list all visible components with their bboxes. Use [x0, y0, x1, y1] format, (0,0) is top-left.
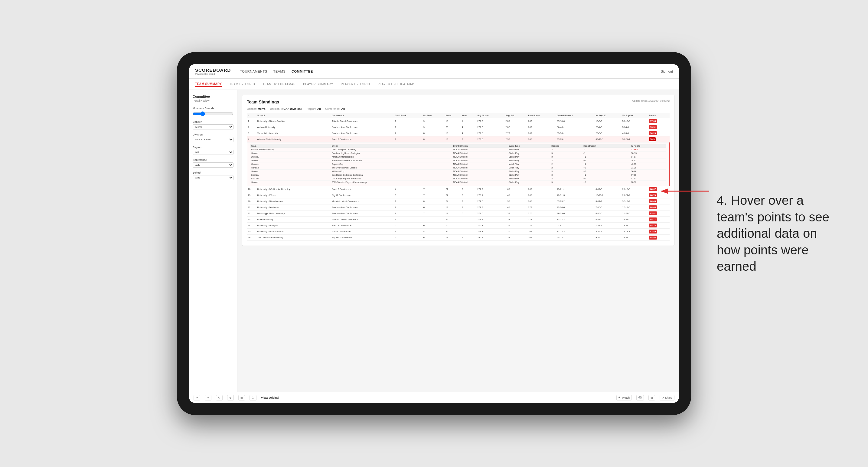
watch-button[interactable]: 👁 Watch [616, 395, 632, 401]
cell-points[interactable]: 90.20 [648, 130, 670, 136]
cell-school: Vanderbilt University [256, 130, 331, 136]
table-row[interactable]: 21University of AlabamaSoutheastern Conf… [247, 205, 670, 211]
list-item: Univers.Copper CupNCAA Division IMatch P… [250, 162, 666, 166]
grid-button[interactable]: ⊞ [648, 395, 655, 401]
cell-no-tour: 9 [423, 118, 445, 124]
cell-overall: 63-5-0 [556, 130, 595, 136]
cell-points[interactable]: 78.5 [648, 136, 670, 143]
table-row[interactable]: 20University of New MexicoMountain West … [247, 198, 670, 205]
redo-button[interactable]: ↪ [205, 395, 211, 401]
tooltip-header-row: Team Event Event Division Event Type Rou… [250, 144, 666, 148]
sidebar-conference-select[interactable]: (All) [193, 162, 234, 167]
standings-table: # School Conference Conf Rank No Tour Bn… [247, 113, 670, 241]
list-item: Florida IThe Cypress Point ClassicNCAA D… [250, 166, 666, 170]
col-low-score: Low Score [527, 113, 556, 118]
share-icon: ↗ [662, 396, 664, 399]
cell-rank: 1 [247, 118, 256, 124]
sidebar-gender-select[interactable]: Men's [193, 124, 234, 129]
cell-no-tour: 8 [423, 130, 445, 136]
sidebar-section-school: School (All) [193, 171, 234, 180]
tooltip-col-event: Event [331, 144, 452, 148]
sidebar-school-select[interactable]: (All) [193, 175, 234, 180]
tooltip-col-rounds: Rounds [551, 144, 583, 148]
table-row[interactable]: 2 Auburn University Southeastern Confere… [247, 124, 670, 130]
cell-bnds: 10 [444, 118, 461, 124]
sidebar-division-select[interactable]: NCAA Division I [193, 137, 234, 142]
col-bnds: Bnds [444, 113, 461, 118]
cell-school: Arizona State University [256, 136, 331, 143]
cell-school: Auburn University [256, 124, 331, 130]
tab-team-h2h-grid[interactable]: TEAM H2H GRID [229, 82, 255, 87]
settings-button[interactable]: ⊞ [238, 395, 245, 401]
nav-links: TOURNAMENTS TEAMS COMMITTEE [240, 68, 656, 74]
cell-school: University of North Carolina [256, 118, 331, 124]
undo-button[interactable]: ↩ [193, 395, 200, 401]
sign-out-button[interactable]: Sign out [656, 69, 673, 73]
table-row[interactable]: 25University of North FloridaASUN Confer… [247, 229, 670, 235]
report-area: Team Standings Update Time: 13/03/2024 1… [238, 90, 679, 392]
cell-points[interactable]: 93.31 [648, 124, 670, 130]
tab-team-summary[interactable]: TEAM SUMMARY [195, 82, 222, 87]
tooltip-col-event-division: Event Division [452, 144, 507, 148]
cell-points[interactable]: 97.03 [648, 118, 670, 124]
filter-gender: Gender: Men's [247, 107, 266, 111]
filter-division: Division: NCAA Division I [270, 107, 302, 111]
list-item: Univers.Amer An IntercollegiateNCAA Divi… [250, 155, 666, 159]
cell-overall: 86-4-0 [556, 124, 595, 130]
table-row[interactable]: 23Duke UniversityAtlantic Coast Conferen… [247, 217, 670, 223]
sidebar: Committee Portal Review Minimum Rounds G… [189, 90, 238, 392]
sidebar-subtitle: Portal Review [193, 99, 234, 102]
view-label: View: Original [261, 396, 279, 399]
filter-division-label: Division: [270, 107, 280, 111]
filter-conference-label: Conference: [325, 107, 340, 111]
col-conf-rank: Conf Rank [394, 113, 423, 118]
tooltip-inner-table: Team Event Event Division Event Type Rou… [250, 144, 666, 184]
cell-conf-rank: 1 [394, 124, 423, 130]
table-row[interactable]: 24University of OregonPac-12 Conference5… [247, 223, 670, 229]
cell-vs50: 45-5-0 [621, 130, 648, 136]
cell-bnds: 23 [444, 124, 461, 130]
table-row[interactable]: 26The Ohio State UniversityBig Ten Confe… [247, 235, 670, 241]
tooltip-col-rank-impact: Rank Impact [583, 144, 630, 148]
table-row[interactable]: 18University of California, BerkeleyPac-… [247, 186, 670, 192]
sidebar-section-conference: Conference (All) [193, 158, 234, 167]
table-row[interactable]: 19University of TexasBig 12 Conference37… [247, 192, 670, 198]
comment-button[interactable]: 💬 [636, 395, 644, 401]
nav-committee[interactable]: COMMITTEE [291, 68, 313, 74]
cell-rank: 2 [247, 124, 256, 130]
refresh-button[interactable]: ↻ [216, 395, 223, 401]
cell-vs50: 58-24-1 [621, 136, 648, 143]
cell-no-tour: 8 [423, 136, 445, 143]
sidebar-section-rounds: Minimum Rounds [193, 107, 234, 117]
cell-adj-score: 272.6 [476, 130, 504, 136]
cell-overall: 87-25-1 [556, 136, 595, 143]
cell-overall: 67-10-0 [556, 118, 595, 124]
share-button[interactable]: ↗ Share [660, 395, 675, 401]
cell-wins: 4 [461, 130, 476, 136]
nav-tournaments[interactable]: TOURNAMENTS [240, 68, 267, 74]
cell-vs50: 50-10-0 [621, 118, 648, 124]
cell-vs50: 55-4-0 [621, 124, 648, 130]
col-school: School [256, 113, 331, 118]
nav-teams[interactable]: TEAMS [273, 68, 285, 74]
tab-player-h2h-heatmap[interactable]: PLAYER H2H HEATMAP [377, 82, 414, 87]
list-item: Univers.2023 Sahalee Players Championshi… [250, 181, 666, 184]
tab-team-h2h-heatmap[interactable]: TEAM H2H HEATMAP [262, 82, 296, 87]
timer-button[interactable]: ⏱ [249, 395, 256, 401]
table-row-highlighted[interactable]: 4 Arizona State University Pac-12 Confer… [247, 136, 670, 143]
sidebar-region-select[interactable]: N/A [193, 150, 234, 155]
cell-avg-sg: 2.50 [504, 136, 527, 143]
filter-region-label: Region: [307, 107, 316, 111]
copy-button[interactable]: ⊕ [227, 395, 234, 401]
cell-wins: 4 [461, 124, 476, 130]
top-nav: SCOREBOARD Powered by clippd TOURNAMENTS… [189, 64, 679, 79]
tab-player-summary[interactable]: PLAYER SUMMARY [303, 82, 333, 87]
table-row[interactable]: 22Mississippi State UniversitySoutheaste… [247, 211, 670, 217]
sidebar-rounds-range[interactable] [193, 111, 234, 116]
col-rank: # [247, 113, 256, 118]
table-row[interactable]: 1 University of North Carolina Atlantic … [247, 118, 670, 124]
sidebar-label-conference: Conference [193, 158, 234, 161]
table-row[interactable]: 3 Vanderbilt University Southeastern Con… [247, 130, 670, 136]
cell-low-score: 269 [527, 130, 556, 136]
tab-player-h2h-grid[interactable]: PLAYER H2H GRID [341, 82, 370, 87]
